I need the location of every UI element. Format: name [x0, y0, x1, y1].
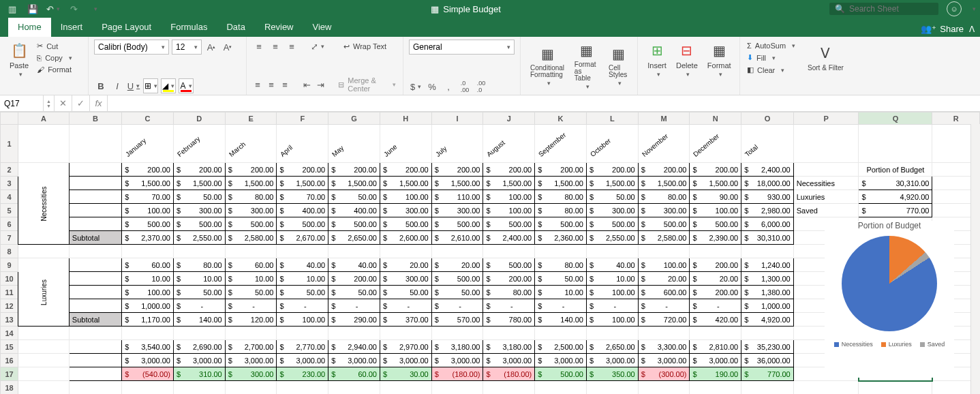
align-top-icon[interactable]: ≡	[252, 40, 266, 53]
cut-button[interactable]: ✂Cut	[35, 41, 74, 51]
orientation-icon[interactable]: ⤢▾	[311, 40, 324, 53]
col-header-H[interactable]: H	[380, 112, 431, 125]
percent-icon[interactable]: %	[425, 80, 439, 93]
format-table-button[interactable]: ▦Format as Table▾	[570, 40, 603, 91]
format-painter-button[interactable]: 🖌Format	[35, 65, 74, 74]
paste-button[interactable]: 📋 Paste ▾	[5, 40, 33, 79]
row-header-4[interactable]: 4	[1, 190, 18, 204]
format-cells-button[interactable]: ▦Format▾	[703, 40, 735, 79]
col-header-M[interactable]: M	[638, 112, 690, 125]
fx-icon[interactable]: fx	[90, 95, 108, 111]
tab-home[interactable]: Home	[8, 18, 51, 37]
row-header-7[interactable]: 7	[1, 231, 18, 245]
increase-indent-icon[interactable]: ⇥	[315, 78, 326, 91]
align-left-icon[interactable]: ≡	[252, 78, 263, 91]
search-sheet[interactable]: 🔍	[829, 3, 938, 15]
tab-data[interactable]: Data	[217, 18, 254, 37]
row-header-10[interactable]: 10	[1, 272, 18, 286]
row-header-1[interactable]: 1	[1, 125, 18, 163]
align-center-icon[interactable]: ≡	[266, 78, 277, 91]
col-header-J[interactable]: J	[483, 112, 535, 125]
font-color-button[interactable]: A▾	[179, 78, 194, 93]
row-header-2[interactable]: 2	[1, 163, 18, 177]
autosum-button[interactable]: ΣAutoSum▾	[746, 41, 797, 50]
row-header-16[interactable]: 16	[1, 354, 18, 367]
row-header-5[interactable]: 5	[1, 204, 18, 217]
copy-button[interactable]: ⎘Copy▾	[35, 53, 74, 63]
cancel-formula-icon[interactable]: ✕	[55, 95, 72, 111]
increase-font-icon[interactable]: A▴	[204, 40, 218, 54]
col-header-F[interactable]: F	[277, 112, 328, 125]
panel-toggle-icon[interactable]: ▥	[4, 1, 20, 16]
namebox-stepper[interactable]: ▲▼	[44, 95, 55, 111]
comma-icon[interactable]: ,	[442, 80, 455, 93]
feedback-dropdown-icon[interactable]: ▾	[973, 5, 976, 12]
decrease-decimal-icon[interactable]: .00.0	[474, 80, 488, 93]
row-header-11[interactable]: 11	[1, 286, 18, 299]
worksheet-grid[interactable]: ABCDEFGHIJKLMNOPQR1JanuaryFebruaryMarchA…	[0, 112, 980, 394]
row-header-12[interactable]: 12	[1, 299, 18, 313]
row-header-17[interactable]: 17	[1, 367, 18, 381]
align-right-icon[interactable]: ≡	[279, 78, 290, 91]
search-input[interactable]	[849, 4, 931, 14]
underline-button[interactable]: U▾	[127, 79, 140, 93]
decrease-font-icon[interactable]: A▾	[221, 40, 234, 54]
align-bottom-icon[interactable]: ≡	[285, 40, 298, 53]
save-icon[interactable]: 💾	[25, 1, 41, 16]
col-header-P[interactable]: P	[793, 112, 859, 125]
col-header-K[interactable]: K	[535, 112, 587, 125]
feedback-icon[interactable]: ☺	[947, 1, 962, 16]
row-header-9[interactable]: 9	[1, 258, 18, 272]
conditional-formatting-button[interactable]: ▦Conditional Formatting▾	[526, 40, 569, 91]
col-header-B[interactable]: B	[69, 112, 121, 125]
tab-view[interactable]: View	[303, 18, 341, 37]
col-header-Q[interactable]: Q	[859, 112, 932, 125]
number-format-select[interactable]: General▾	[409, 40, 515, 55]
decrease-indent-icon[interactable]: ⇤	[301, 78, 312, 91]
clear-button[interactable]: ◧Clear▾	[746, 65, 797, 75]
undo-icon[interactable]: ↶▾	[45, 1, 61, 16]
qat-customize-icon[interactable]: ▾	[86, 1, 102, 16]
font-name-select[interactable]: Calibri (Body)▾	[94, 40, 169, 55]
border-button[interactable]: ⊞▾	[143, 78, 158, 93]
pie-chart[interactable]: Portion of Budget Necessities Luxuries S…	[825, 221, 954, 378]
currency-icon[interactable]: $▾	[409, 80, 423, 93]
col-header-D[interactable]: D	[173, 112, 225, 125]
col-header-N[interactable]: N	[690, 112, 741, 125]
row-header-15[interactable]: 15	[1, 340, 18, 354]
formula-input[interactable]	[108, 95, 980, 111]
collapse-ribbon-icon[interactable]: ᐱ	[969, 25, 975, 34]
font-size-select[interactable]: 12▾	[172, 40, 202, 55]
fill-button[interactable]: ⬇Fill▾	[746, 52, 797, 63]
col-header-A[interactable]: A	[18, 112, 70, 125]
col-header-R[interactable]: R	[932, 112, 980, 125]
col-header-O[interactable]: O	[741, 112, 794, 125]
vertical-scrollbar[interactable]	[970, 124, 980, 394]
enter-formula-icon[interactable]: ✓	[72, 95, 90, 111]
col-header-L[interactable]: L	[586, 112, 638, 125]
col-header-C[interactable]: C	[122, 112, 174, 125]
sort-filter-button[interactable]: ᐯSort & Filter	[803, 40, 848, 75]
align-middle-icon[interactable]: ≡	[269, 40, 282, 53]
row-header-6[interactable]: 6	[1, 217, 18, 231]
delete-cells-button[interactable]: ⊟Delete▾	[672, 40, 702, 79]
bold-button[interactable]: B	[94, 79, 108, 93]
cell-styles-button[interactable]: ▦Cell Styles▾	[604, 40, 632, 91]
redo-icon[interactable]: ↷	[65, 1, 82, 16]
row-header-14[interactable]: 14	[1, 327, 18, 340]
row-header-13[interactable]: 13	[1, 313, 18, 327]
tab-review[interactable]: Review	[255, 18, 303, 37]
row-header-18[interactable]: 18	[1, 381, 18, 395]
italic-button[interactable]: I	[110, 79, 124, 93]
merge-center-button[interactable]: ⊟Merge & Center▾	[337, 76, 397, 93]
col-header-I[interactable]: I	[431, 112, 483, 125]
col-header-G[interactable]: G	[328, 112, 380, 125]
share-button[interactable]: 👥⁺ Share	[921, 24, 964, 34]
insert-cells-button[interactable]: ⊞Insert▾	[643, 40, 671, 79]
name-box[interactable]: Q17	[0, 95, 44, 111]
col-header-E[interactable]: E	[225, 112, 277, 125]
row-header-8[interactable]: 8	[1, 245, 18, 258]
fill-color-button[interactable]: ◢▾	[161, 78, 176, 93]
row-header-3[interactable]: 3	[1, 177, 18, 190]
tab-formulas[interactable]: Formulas	[161, 18, 217, 37]
